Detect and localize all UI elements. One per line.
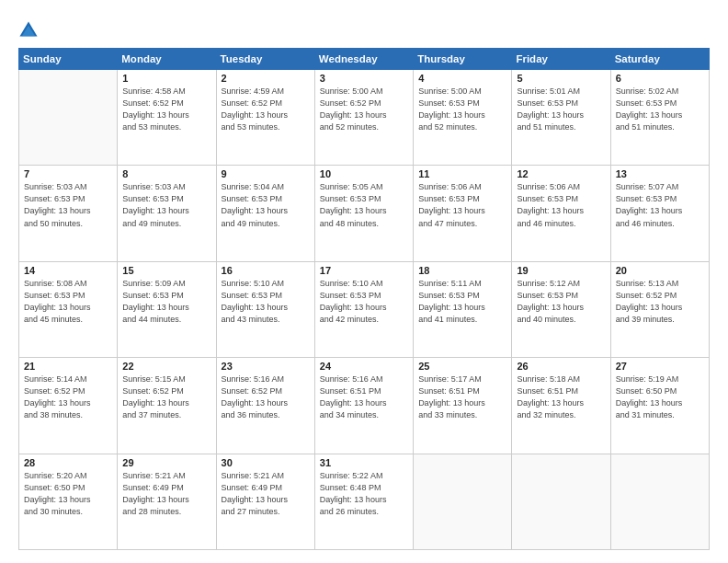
day-info: Sunrise: 5:00 AM Sunset: 6:52 PM Dayligh… xyxy=(320,86,408,133)
day-info: Sunrise: 5:04 AM Sunset: 6:53 PM Dayligh… xyxy=(222,181,310,229)
calendar-cell xyxy=(414,454,512,549)
day-number: 14 xyxy=(24,265,112,276)
day-info: Sunrise: 5:03 AM Sunset: 6:53 PM Dayligh… xyxy=(24,181,112,229)
calendar-cell: 10Sunrise: 5:05 AM Sunset: 6:53 PM Dayli… xyxy=(314,166,413,261)
day-number: 16 xyxy=(222,265,310,276)
calendar-cell: 16Sunrise: 5:10 AM Sunset: 6:53 PM Dayli… xyxy=(216,261,314,357)
calendar-cell: 12Sunrise: 5:06 AM Sunset: 6:53 PM Dayli… xyxy=(512,166,610,261)
day-info: Sunrise: 5:21 AM Sunset: 6:49 PM Dayligh… xyxy=(122,470,210,518)
day-number: 12 xyxy=(517,168,605,179)
day-number: 7 xyxy=(24,168,112,179)
day-info: Sunrise: 5:02 AM Sunset: 6:53 PM Dayligh… xyxy=(616,86,704,133)
calendar-cell: 24Sunrise: 5:16 AM Sunset: 6:51 PM Dayli… xyxy=(314,358,413,454)
day-number: 3 xyxy=(320,73,408,84)
calendar-cell: 21Sunrise: 5:14 AM Sunset: 6:52 PM Dayli… xyxy=(19,358,118,454)
calendar-cell: 8Sunrise: 5:03 AM Sunset: 6:53 PM Daylig… xyxy=(118,166,216,261)
calendar-cell: 28Sunrise: 5:20 AM Sunset: 6:50 PM Dayli… xyxy=(19,454,118,549)
logo xyxy=(18,20,42,40)
day-number: 26 xyxy=(517,361,605,372)
day-number: 2 xyxy=(222,73,310,84)
day-number: 18 xyxy=(418,265,506,276)
calendar-week-row: 21Sunrise: 5:14 AM Sunset: 6:52 PM Dayli… xyxy=(19,358,710,454)
day-info: Sunrise: 5:18 AM Sunset: 6:51 PM Dayligh… xyxy=(517,373,605,421)
calendar-cell: 30Sunrise: 5:21 AM Sunset: 6:49 PM Dayli… xyxy=(216,454,314,549)
calendar-cell: 19Sunrise: 5:12 AM Sunset: 6:53 PM Dayli… xyxy=(512,261,610,357)
day-number: 6 xyxy=(616,73,704,84)
day-number: 20 xyxy=(616,265,704,276)
day-info: Sunrise: 5:21 AM Sunset: 6:49 PM Dayligh… xyxy=(222,470,310,518)
day-number: 1 xyxy=(122,73,210,84)
day-number: 25 xyxy=(418,361,506,372)
day-info: Sunrise: 5:22 AM Sunset: 6:48 PM Dayligh… xyxy=(320,470,408,518)
calendar-cell: 15Sunrise: 5:09 AM Sunset: 6:53 PM Dayli… xyxy=(118,261,216,357)
logo-icon xyxy=(18,20,39,40)
day-info: Sunrise: 5:13 AM Sunset: 6:52 PM Dayligh… xyxy=(616,278,704,326)
day-number: 19 xyxy=(517,265,605,276)
calendar-cell xyxy=(610,454,709,549)
day-number: 22 xyxy=(122,361,210,372)
day-info: Sunrise: 5:00 AM Sunset: 6:53 PM Dayligh… xyxy=(418,86,506,133)
calendar-cell: 1Sunrise: 4:58 AM Sunset: 6:52 PM Daylig… xyxy=(118,70,216,166)
day-info: Sunrise: 5:07 AM Sunset: 6:53 PM Dayligh… xyxy=(616,181,704,229)
calendar-cell: 25Sunrise: 5:17 AM Sunset: 6:51 PM Dayli… xyxy=(414,358,512,454)
day-number: 15 xyxy=(122,265,210,276)
calendar-weekday-header: Monday xyxy=(118,49,216,70)
day-info: Sunrise: 5:06 AM Sunset: 6:53 PM Dayligh… xyxy=(418,181,506,229)
calendar-cell: 18Sunrise: 5:11 AM Sunset: 6:53 PM Dayli… xyxy=(414,261,512,357)
calendar-table: SundayMondayTuesdayWednesdayThursdayFrid… xyxy=(18,48,710,550)
calendar-cell: 13Sunrise: 5:07 AM Sunset: 6:53 PM Dayli… xyxy=(610,166,709,261)
day-number: 23 xyxy=(222,361,310,372)
day-number: 17 xyxy=(320,265,408,276)
day-number: 31 xyxy=(320,457,408,468)
day-info: Sunrise: 5:19 AM Sunset: 6:50 PM Dayligh… xyxy=(616,373,704,421)
day-info: Sunrise: 5:14 AM Sunset: 6:52 PM Dayligh… xyxy=(24,373,112,421)
day-info: Sunrise: 5:09 AM Sunset: 6:53 PM Dayligh… xyxy=(122,278,210,326)
day-info: Sunrise: 4:58 AM Sunset: 6:52 PM Dayligh… xyxy=(122,86,210,133)
day-info: Sunrise: 5:03 AM Sunset: 6:53 PM Dayligh… xyxy=(122,181,210,229)
day-number: 28 xyxy=(24,457,112,468)
calendar-week-row: 28Sunrise: 5:20 AM Sunset: 6:50 PM Dayli… xyxy=(19,454,710,549)
calendar-cell: 3Sunrise: 5:00 AM Sunset: 6:52 PM Daylig… xyxy=(314,70,413,166)
day-number: 10 xyxy=(320,168,408,179)
calendar-cell: 7Sunrise: 5:03 AM Sunset: 6:53 PM Daylig… xyxy=(19,166,118,261)
day-info: Sunrise: 5:17 AM Sunset: 6:51 PM Dayligh… xyxy=(418,373,506,421)
day-info: Sunrise: 5:10 AM Sunset: 6:53 PM Dayligh… xyxy=(222,278,310,326)
day-info: Sunrise: 5:10 AM Sunset: 6:53 PM Dayligh… xyxy=(320,278,408,326)
calendar-cell: 2Sunrise: 4:59 AM Sunset: 6:52 PM Daylig… xyxy=(216,70,314,166)
calendar-week-row: 1Sunrise: 4:58 AM Sunset: 6:52 PM Daylig… xyxy=(19,70,710,166)
day-info: Sunrise: 5:16 AM Sunset: 6:52 PM Dayligh… xyxy=(222,373,310,421)
calendar-cell: 26Sunrise: 5:18 AM Sunset: 6:51 PM Dayli… xyxy=(512,358,610,454)
day-number: 8 xyxy=(122,168,210,179)
day-number: 9 xyxy=(222,168,310,179)
calendar-cell: 4Sunrise: 5:00 AM Sunset: 6:53 PM Daylig… xyxy=(414,70,512,166)
day-info: Sunrise: 5:15 AM Sunset: 6:52 PM Dayligh… xyxy=(122,373,210,421)
calendar-cell: 9Sunrise: 5:04 AM Sunset: 6:53 PM Daylig… xyxy=(216,166,314,261)
day-number: 11 xyxy=(418,168,506,179)
day-number: 29 xyxy=(122,457,210,468)
calendar-week-row: 14Sunrise: 5:08 AM Sunset: 6:53 PM Dayli… xyxy=(19,261,710,357)
day-info: Sunrise: 5:12 AM Sunset: 6:53 PM Dayligh… xyxy=(517,278,605,326)
header xyxy=(18,17,710,40)
calendar-cell xyxy=(19,70,118,166)
calendar-week-row: 7Sunrise: 5:03 AM Sunset: 6:53 PM Daylig… xyxy=(19,166,710,261)
day-info: Sunrise: 5:01 AM Sunset: 6:53 PM Dayligh… xyxy=(517,86,605,133)
day-info: Sunrise: 5:16 AM Sunset: 6:51 PM Dayligh… xyxy=(320,373,408,421)
calendar-cell: 29Sunrise: 5:21 AM Sunset: 6:49 PM Dayli… xyxy=(118,454,216,549)
day-number: 21 xyxy=(24,361,112,372)
day-info: Sunrise: 5:05 AM Sunset: 6:53 PM Dayligh… xyxy=(320,181,408,229)
calendar-cell: 17Sunrise: 5:10 AM Sunset: 6:53 PM Dayli… xyxy=(314,261,413,357)
calendar-cell: 14Sunrise: 5:08 AM Sunset: 6:53 PM Dayli… xyxy=(19,261,118,357)
page: SundayMondayTuesdayWednesdayThursdayFrid… xyxy=(0,0,728,563)
calendar-cell xyxy=(512,454,610,549)
calendar-weekday-header: Wednesday xyxy=(314,49,413,70)
day-info: Sunrise: 5:06 AM Sunset: 6:53 PM Dayligh… xyxy=(517,181,605,229)
calendar-weekday-header: Thursday xyxy=(414,49,512,70)
day-number: 4 xyxy=(418,73,506,84)
calendar-cell: 22Sunrise: 5:15 AM Sunset: 6:52 PM Dayli… xyxy=(118,358,216,454)
calendar-cell: 11Sunrise: 5:06 AM Sunset: 6:53 PM Dayli… xyxy=(414,166,512,261)
calendar-weekday-header: Saturday xyxy=(610,49,709,70)
calendar-cell: 31Sunrise: 5:22 AM Sunset: 6:48 PM Dayli… xyxy=(314,454,413,549)
day-info: Sunrise: 5:08 AM Sunset: 6:53 PM Dayligh… xyxy=(24,278,112,326)
calendar-header-row: SundayMondayTuesdayWednesdayThursdayFrid… xyxy=(19,49,710,70)
calendar-cell: 20Sunrise: 5:13 AM Sunset: 6:52 PM Dayli… xyxy=(610,261,709,357)
